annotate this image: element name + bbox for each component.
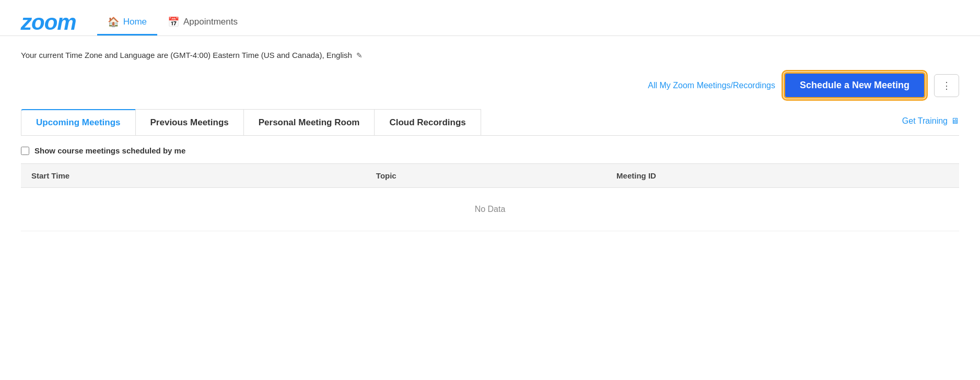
nav-tab-appointments[interactable]: 📅 Appointments	[157, 10, 248, 35]
nav-tab-appointments-label: Appointments	[183, 17, 238, 27]
tab-personal-meeting-room[interactable]: Personal Meeting Room	[243, 109, 375, 135]
nav-tab-home-label: Home	[123, 17, 147, 27]
col-start-time: Start Time	[21, 164, 366, 188]
course-meetings-checkbox[interactable]	[21, 147, 29, 155]
training-icon: 🖥	[951, 116, 959, 126]
course-meetings-label[interactable]: Show course meetings scheduled by me	[34, 146, 185, 155]
timezone-bar: Your current Time Zone and Language are …	[21, 46, 959, 60]
schedule-new-meeting-button[interactable]: Schedule a New Meeting	[784, 72, 926, 99]
actions-row: All My Zoom Meetings/Recordings Schedule…	[21, 72, 959, 99]
calendar-icon: 📅	[168, 16, 179, 28]
top-nav: zoom 🏠 Home 📅 Appointments	[0, 0, 980, 36]
app-container: zoom 🏠 Home 📅 Appointments Your current …	[0, 0, 980, 380]
main-content: Your current Time Zone and Language are …	[0, 36, 980, 242]
tab-upcoming-meetings[interactable]: Upcoming Meetings	[21, 109, 136, 135]
tab-cloud-recordings[interactable]: Cloud Recordings	[374, 109, 481, 135]
nav-tab-home[interactable]: 🏠 Home	[97, 10, 157, 35]
no-data-text: No Data	[21, 188, 959, 231]
no-data-row: No Data	[21, 188, 959, 231]
edit-timezone-icon[interactable]: ✎	[356, 51, 363, 60]
table-header-row: Start Time Topic Meeting ID	[21, 164, 959, 188]
more-options-button[interactable]: ⋮	[934, 74, 959, 97]
meeting-tabs: Upcoming Meetings Previous Meetings Pers…	[21, 109, 959, 136]
nav-tabs: 🏠 Home 📅 Appointments	[97, 9, 248, 35]
meetings-table: Start Time Topic Meeting ID No Data	[21, 163, 959, 231]
filter-row: Show course meetings scheduled by me	[21, 146, 959, 155]
col-topic: Topic	[366, 164, 606, 188]
timezone-text: Your current Time Zone and Language are …	[21, 51, 352, 60]
get-training-button[interactable]: Get Training 🖥	[902, 116, 959, 128]
col-meeting-id: Meeting ID	[606, 164, 959, 188]
get-training-label: Get Training	[902, 116, 948, 126]
all-meetings-link[interactable]: All My Zoom Meetings/Recordings	[648, 81, 775, 90]
home-icon: 🏠	[108, 16, 119, 28]
tab-previous-meetings[interactable]: Previous Meetings	[135, 109, 244, 135]
zoom-logo: zoom	[21, 10, 76, 35]
